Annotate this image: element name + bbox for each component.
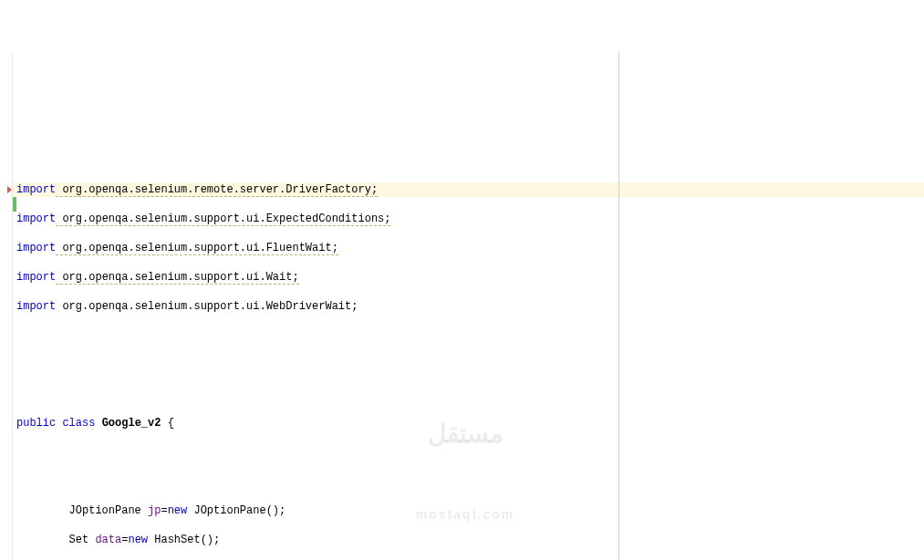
import-statement: org.openqa.selenium.support.ui.WebDriver…	[56, 300, 358, 313]
field-jp: jp	[148, 504, 161, 517]
import-keyword: import	[16, 213, 56, 225]
new-keyword: new	[128, 534, 148, 546]
import-keyword: import	[16, 183, 56, 196]
type: JOptionPane	[69, 504, 148, 517]
new-keyword: new	[168, 504, 188, 517]
import-statement: org.openqa.selenium.support.ui.Wait;	[56, 271, 298, 285]
code-area[interactable]: import org.openqa.selenium.remote.server…	[16, 168, 924, 560]
error-marker	[7, 186, 12, 193]
ctor-call: JOptionPane();	[187, 504, 286, 517]
brace: {	[161, 417, 173, 430]
ctor-call: HashSet();	[148, 534, 220, 546]
field-data: data	[95, 534, 121, 546]
public-keyword: public	[16, 417, 56, 430]
import-statement: org.openqa.selenium.support.ui.ExpectedC…	[56, 213, 390, 226]
gutter	[0, 51, 13, 560]
import-keyword: import	[16, 300, 56, 313]
import-keyword: import	[16, 271, 56, 284]
import-statement: org.openqa.selenium.remote.server.Driver…	[56, 183, 378, 197]
class-name: Google_v2	[102, 417, 161, 430]
class-keyword: class	[62, 417, 95, 430]
code-editor[interactable]: import org.openqa.selenium.remote.server…	[0, 51, 924, 560]
import-statement: org.openqa.selenium.support.ui.FluentWai…	[56, 242, 338, 255]
type: Set	[69, 534, 96, 546]
import-keyword: import	[16, 242, 56, 254]
